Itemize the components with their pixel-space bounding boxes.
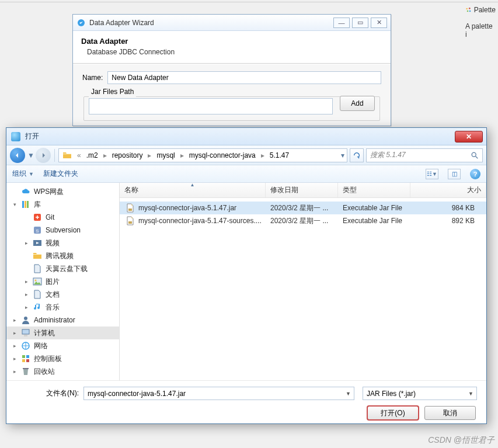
organize-button[interactable]: 组织▼ [12,169,34,179]
file-name: mysql-connector-java-5.1.47-sources.... [138,217,262,225]
chevron-right-icon[interactable]: ▸ [179,151,186,159]
lib-icon [21,200,30,209]
expand-icon[interactable]: ▸ [24,279,29,284]
preview-pane-button[interactable]: ◫ [448,169,461,179]
cloud-icon [21,187,30,196]
tree-item[interactable]: ▸控制面板 [6,352,119,365]
cancel-button[interactable]: 取消 [424,406,476,420]
wizard-title: Data Adapter Wizard [89,19,331,27]
add-button[interactable]: Add [340,96,375,111]
tree-item-label: 腾讯视频 [46,251,74,261]
search-icon [471,151,479,159]
column-name[interactable]: ▲名称 [120,183,266,197]
expand-icon[interactable]: ▸ [24,304,29,310]
back-button[interactable] [10,148,25,163]
tree-item[interactable]: Subversion [6,224,119,237]
data-adapter-wizard-window: Data Adapter Wizard — ▭ ✕ Data Adapter D… [72,14,391,126]
tree-item-label: Subversion [46,226,81,234]
search-placeholder: 搜索 5.1.47 [370,150,471,160]
breadcrumb-segment[interactable]: .m2 [83,149,102,162]
filter-combo[interactable]: JAR Files (*.jar)▼ [363,387,477,400]
refresh-icon [353,151,361,159]
help-button[interactable]: ? [470,169,480,179]
wizard-titlebar[interactable]: Data Adapter Wizard — ▭ ✕ [73,15,391,31]
forward-arrow-icon [40,152,47,159]
refresh-button[interactable] [350,148,364,162]
column-size[interactable]: 大小 [410,183,486,197]
expand-icon[interactable]: ▸ [24,291,29,297]
file-dialog-titlebar[interactable]: 打开 ✕ [6,128,486,145]
expand-icon[interactable]: ▸ [24,240,29,246]
file-size: 892 KB [410,217,486,225]
folder-icon [62,151,72,160]
doc-icon [33,290,42,299]
open-button[interactable]: 打开(O) [367,406,419,420]
close-button[interactable]: ✕ [371,18,387,28]
chevron-right-icon[interactable]: ▸ [146,151,153,159]
palette-header[interactable]: Palette [465,6,496,14]
expand-icon[interactable]: ▸ [12,343,18,349]
tree-item[interactable]: ▾库 [6,198,119,211]
expand-icon[interactable]: ▸ [12,356,18,362]
navigation-tree[interactable]: WPS网盘▾库GitSubversion▸视频腾讯视频天翼云盘下载▸图片▸文档▸… [6,183,120,380]
tree-item[interactable]: ▸计算机 [6,327,119,339]
music-icon [33,303,42,312]
tree-item-label: 计算机 [34,328,55,338]
tree-item[interactable]: ▸音乐 [6,301,119,314]
file-list-panel: ▲名称 修改日期 类型 大小 mysql-connector-java-5.1.… [120,183,486,380]
file-dialog-close-button[interactable]: ✕ [455,131,483,143]
name-input[interactable] [107,71,381,84]
breadcrumb-dropdown[interactable]: ▾ [341,151,344,159]
file-row[interactable]: mysql-connector-java-5.1.47-sources....2… [120,214,486,227]
tree-item[interactable]: ▸Administrator [6,314,119,327]
chevron-right-icon[interactable]: « [75,151,83,159]
column-type[interactable]: 类型 [338,183,410,197]
new-folder-button[interactable]: 新建文件夹 [43,169,78,179]
breadcrumb-segment[interactable]: mysql-connector-java [186,149,259,162]
tree-item[interactable]: ▸文档 [6,288,119,301]
tree-item[interactable]: WPS网盘 [6,185,119,198]
wizard-banner: Data Adapter Database JDBC Connection [73,31,391,64]
chevron-down-icon: ▼ [346,391,351,397]
expand-icon[interactable]: ▸ [12,369,18,374]
breadcrumb-segment[interactable]: 5.1.47 [266,149,292,162]
tree-item[interactable]: 腾讯视频 [6,249,119,262]
tree-item-label: 回收站 [34,367,55,377]
file-date: 2020/3/2 星期一 ... [266,203,338,213]
filename-combo[interactable]: mysql-connector-java-5.1.47.jar▼ [83,387,354,400]
view-mode-button[interactable]: ☷ ▼ [426,169,438,179]
tree-item[interactable]: ▸网络 [6,339,119,352]
breadcrumb-segment[interactable]: repository [109,149,147,162]
tree-item[interactable]: Git [6,211,119,224]
file-list-header[interactable]: ▲名称 修改日期 类型 大小 [120,183,486,198]
breadcrumb-bar[interactable]: « .m2 ▸ repository ▸ mysql ▸ mysql-conne… [58,148,347,162]
palette-body-text: A palette i [465,22,496,39]
tree-item-label: Administrator [34,316,75,324]
column-date[interactable]: 修改日期 [266,183,338,197]
pc-icon [21,328,30,338]
tree-item-label: 控制面板 [34,354,62,364]
expand-icon[interactable]: ▾ [12,202,18,207]
chevron-right-icon[interactable]: ▸ [259,151,266,159]
expand-icon[interactable]: ▸ [12,317,18,323]
breadcrumb-segment[interactable]: mysql [153,149,178,162]
jar-files-list[interactable] [89,98,333,114]
tree-item[interactable]: 天翼云盘下载 [6,262,119,275]
file-date: 2020/3/2 星期一 ... [266,216,338,226]
jar-files-legend: Jar Files Path [89,88,136,96]
chevron-right-icon[interactable]: ▸ [102,151,109,159]
minimize-button[interactable]: — [333,18,350,28]
maximize-button[interactable]: ▭ [352,18,368,28]
tree-item[interactable]: ▸回收站 [6,365,119,378]
tree-item[interactable]: ▸图片 [6,275,119,288]
search-input[interactable]: 搜索 5.1.47 [366,148,483,162]
top-divider [0,0,498,2]
forward-button[interactable] [36,148,51,163]
expand-icon[interactable]: ▸ [12,330,18,336]
file-row[interactable]: mysql-connector-java-5.1.47.jar2020/3/2 … [120,202,486,214]
tree-item-label: 文档 [46,290,60,300]
file-size: 984 KB [410,204,486,212]
tree-item[interactable]: ▸视频 [6,237,119,249]
back-history-dropdown[interactable]: ▼ [27,151,33,159]
tree-item-label: 音乐 [46,303,60,312]
